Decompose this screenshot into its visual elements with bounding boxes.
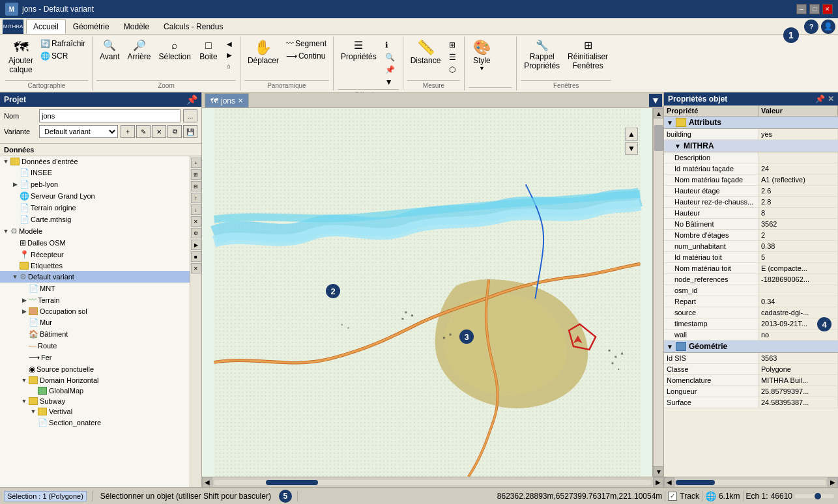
reinit-fenetres-button[interactable]: ⊞ RéinitialiserFenêtres [564, 38, 611, 73]
tree-item-terrain[interactable]: ▶〰Terrain [0, 294, 190, 306]
measure-tool3[interactable]: ⬡ [446, 64, 459, 76]
tree-item-modele[interactable]: ▼⚙Modèle [0, 225, 190, 237]
name-input[interactable] [39, 109, 181, 122]
tree-tool-2[interactable]: ⊞ [191, 169, 201, 180]
distance-button[interactable]: 📏 Distance [407, 38, 444, 68]
props-pin-icon[interactable]: 📌 [815, 94, 825, 104]
props-close-icon[interactable]: ✕ [828, 94, 834, 104]
zoom-in-button[interactable]: 🔍 Avant [96, 38, 123, 64]
tree-item-carte-mthsig[interactable]: 📄Carte.mthsig [0, 214, 190, 225]
props-hscroll-track[interactable] [676, 480, 826, 485]
tree-item-mur[interactable]: 📄Mur [0, 316, 190, 328]
tree-item-source-ponctuelle[interactable]: ◉Source ponctuelle [0, 363, 190, 375]
close-button[interactable]: ✕ [822, 4, 833, 14]
track-checkbox[interactable]: ✓ [668, 492, 677, 501]
tree-item-serveur-grand-lyon[interactable]: 🌐Serveur Grand Lyon [0, 190, 190, 202]
props-horizontal-scrollbar[interactable]: ◀ ▶ [664, 477, 838, 487]
map-scroll-track[interactable] [654, 119, 663, 466]
status-scale-thumb[interactable] [815, 493, 821, 499]
style-button[interactable]: 🎨 Style ▼ [469, 38, 495, 74]
map-nav-up[interactable]: ▲ [625, 128, 638, 141]
tree-toggle-vertical[interactable]: ▼ [29, 408, 38, 415]
tree-toggle-occupation-sol[interactable]: ▶ [20, 308, 29, 315]
menu-calculs[interactable]: Calculs - Rendus [156, 20, 230, 34]
props-section-attributs[interactable]: ▼ Attributs [664, 117, 838, 129]
help-icon[interactable]: ? [804, 20, 818, 34]
tree-item-insee[interactable]: 📄INSEE [0, 167, 190, 178]
tree-toggle-terrain[interactable]: ▶ [20, 297, 29, 303]
tree-item-batiment[interactable]: 🏠Bâtiment [0, 328, 190, 340]
continu-button[interactable]: ⟶ Continu [283, 50, 329, 62]
map-scroll-down[interactable]: ▼ [654, 466, 663, 477]
project-tree[interactable]: ▼Données d'entrée 📄INSEE▶📄peb-lyon 🌐Serv… [0, 156, 190, 487]
tree-item-donnees-entree[interactable]: ▼Données d'entrée [0, 156, 190, 167]
nav-forward-button[interactable]: ▶ [224, 50, 235, 60]
tree-toggle-default-variant[interactable]: ▼ [10, 273, 20, 280]
map-vertical-scrollbar[interactable]: ▲ ▼ [653, 108, 663, 477]
tree-toggle-peb-lyon[interactable]: ▶ [10, 181, 20, 188]
minimize-button[interactable]: ─ [796, 4, 807, 14]
tree-item-section-onatere[interactable]: 📄Section_onatere [0, 417, 190, 428]
tree-tool-6[interactable]: ✕ [191, 216, 201, 227]
nav-back-button[interactable]: ◀ [224, 39, 235, 49]
props-hscroll-left[interactable]: ◀ [664, 477, 674, 488]
tree-item-subway[interactable]: ▼Subway [0, 396, 190, 406]
variant-select[interactable]: Default variant [39, 125, 118, 138]
tree-item-occupation-sol[interactable]: ▶Occupation sol [0, 306, 190, 316]
tree-toggle-domain-horizontal[interactable]: ▼ [20, 377, 29, 384]
map-horizontal-scrollbar[interactable]: ◀ ▶ [202, 477, 663, 487]
variant-edit-button[interactable]: ✎ [136, 125, 151, 138]
tree-item-default-variant[interactable]: ▼⚙Default variant [0, 271, 190, 283]
tree-item-globalmap[interactable]: GlobalMap [0, 385, 190, 396]
map-menu-button[interactable]: ▼ [649, 94, 662, 107]
map-tab-close-button[interactable]: ✕ [238, 97, 243, 104]
tree-item-terrain-origine[interactable]: 📄Terrain origine [0, 202, 190, 214]
status-scale-slider[interactable] [795, 494, 834, 498]
tree-tool-4[interactable]: ↑ [191, 193, 201, 203]
tree-item-vertical[interactable]: ▼Vertival [0, 406, 190, 417]
tree-toggle-subway[interactable]: ▼ [20, 398, 29, 404]
tree-item-dalles-osm[interactable]: ⊞Dalles OSM [0, 237, 190, 249]
variant-delete-button[interactable]: ✕ [152, 125, 166, 138]
tree-item-fer[interactable]: ⟶Fer [0, 352, 190, 363]
tree-tool-7[interactable]: ⚙ [191, 228, 201, 238]
tree-toggle-donnees-entree[interactable]: ▼ [1, 158, 10, 165]
map-scroll-up[interactable]: ▲ [654, 108, 663, 119]
props-hscroll-thumb[interactable] [676, 480, 715, 485]
nav-home-button[interactable]: ⌂ [224, 61, 235, 71]
variant-save-button[interactable]: 💾 [183, 125, 197, 138]
tree-item-etiquettes[interactable]: Etiquettes [0, 260, 190, 271]
measure-tool2[interactable]: ☰ [446, 51, 459, 63]
tree-item-peb-lyon[interactable]: ▶📄peb-lyon [0, 178, 190, 190]
refresh-button[interactable]: 🔄 Rafraîchir [38, 38, 88, 49]
variant-add-button[interactable]: + [121, 125, 135, 138]
menu-accueil[interactable]: Accueil [26, 20, 66, 34]
tree-tool-9[interactable]: ■ [191, 251, 201, 262]
map-canvas[interactable]: 2 3 ▲ ▼ [202, 108, 653, 477]
map-hscroll-track[interactable] [214, 480, 652, 485]
extra-button[interactable]: ▼ [383, 76, 397, 88]
user-icon[interactable]: 👤 [821, 20, 835, 34]
map-hscroll-right[interactable]: ▶ [653, 477, 663, 488]
tree-tool-1[interactable]: + [191, 158, 201, 168]
tree-item-domain-horizontal[interactable]: ▼Domain Horizontal [0, 375, 190, 385]
tree-tool-5[interactable]: ↓ [191, 204, 201, 215]
segment-button[interactable]: 〰 Segment [283, 38, 329, 49]
map-scroll-thumb[interactable] [654, 125, 663, 151]
menu-geometrie[interactable]: Géométrie [66, 20, 117, 34]
tree-tool-3[interactable]: ⊟ [191, 181, 201, 191]
info-button[interactable]: ℹ [383, 39, 397, 51]
map-hscroll-thumb[interactable] [266, 480, 318, 485]
props-section-geometrie[interactable]: ▼ Géométrie [664, 341, 838, 353]
tree-tool-10[interactable]: ✕ [191, 263, 201, 273]
zoom-selection-button[interactable]: ⌕ Sélection [156, 38, 194, 64]
tree-toggle-modele[interactable]: ▼ [1, 228, 10, 234]
zoom-box-button[interactable]: □ Boite [195, 38, 222, 64]
scr-button[interactable]: 🌐 SCR [38, 50, 88, 62]
map-nav-down[interactable]: ▼ [625, 142, 638, 155]
pin-button[interactable]: 📌 [383, 64, 397, 76]
map-tab-jons[interactable]: 🗺 jons ✕ [205, 93, 249, 107]
tree-item-recepteur[interactable]: 📍Récepteur [0, 249, 190, 260]
props-hscroll-right[interactable]: ▶ [828, 477, 838, 488]
variant-copy-button[interactable]: ⧉ [167, 125, 182, 138]
